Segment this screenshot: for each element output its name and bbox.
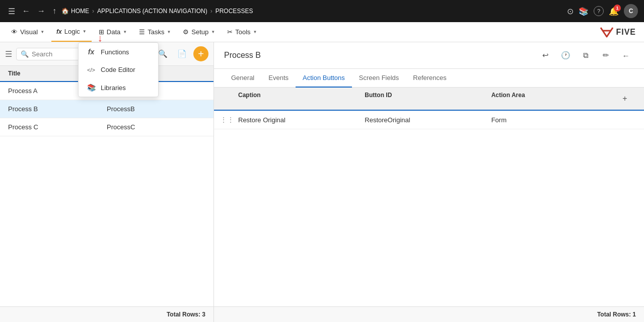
col-button-id: Button ID <box>365 92 491 106</box>
history-icon-btn[interactable]: 🕐 <box>557 47 574 63</box>
forward-icon[interactable]: → <box>35 5 47 18</box>
secondary-nav: 👁 Visual ▼ fx Logic ▼ ⊞ Data ▼ ☰ Tasks ▼… <box>0 22 644 42</box>
process-b-id: ProcessB <box>107 105 205 113</box>
tab-action-buttons[interactable]: Action Buttons <box>296 69 352 88</box>
five-text: FIVE <box>616 28 636 37</box>
user-avatar[interactable]: C <box>624 4 638 18</box>
home-icon: 🏠 <box>61 8 69 15</box>
top-nav-right: ⊙ 📚 ? 🔔 1 C <box>567 4 638 18</box>
data-dropdown-arrow: ▼ <box>123 30 127 34</box>
visual-icon: 👁 <box>11 28 18 36</box>
visual-label: Visual <box>20 28 38 36</box>
tasks-label: Tasks <box>148 28 164 36</box>
col-caption: Caption <box>238 92 365 106</box>
edit-icon-btn[interactable]: ✏ <box>598 47 614 63</box>
left-panel-total-rows: Total Rows: 3 <box>0 306 213 322</box>
books-icon[interactable]: 📚 <box>579 7 589 16</box>
search-icon: 🔍 <box>21 50 29 58</box>
breadcrumb: 🏠 HOME › APPLICATIONS (ACTION NAVIGATION… <box>61 8 253 15</box>
logic-icon: fx <box>56 28 62 35</box>
hamburger-menu-icon[interactable]: ☰ <box>5 49 12 59</box>
panel-title: Process B <box>224 51 261 60</box>
row-caption: Restore Original <box>238 116 365 124</box>
breadcrumb-sep-2: › <box>210 8 212 15</box>
five-logo: FIVE <box>600 27 636 38</box>
tab-events[interactable]: Events <box>261 69 296 88</box>
dropdown-libraries[interactable]: 📚 Libraries <box>79 78 158 97</box>
logic-dropdown-arrow: ▼ <box>83 29 87 34</box>
nav-tasks[interactable]: ☰ Tasks ▼ <box>134 22 176 42</box>
row-button-id: RestoreOriginal <box>365 116 491 124</box>
tools-icon: ✂ <box>227 28 233 36</box>
tasks-icon: ☰ <box>139 28 145 36</box>
table-row[interactable]: Process C ProcessC <box>0 118 213 136</box>
panel-actions: ↩ 🕐 ⧉ ✏ ← <box>537 47 634 63</box>
functions-icon: fx <box>87 48 96 56</box>
back-icon[interactable]: ← <box>20 5 32 18</box>
monitor-icon[interactable]: ⊙ <box>567 7 574 16</box>
libraries-icon: 📚 <box>87 84 96 92</box>
five-logo-svg <box>600 27 614 38</box>
setup-icon: ⚙ <box>183 28 189 36</box>
libraries-label: Libraries <box>101 84 126 92</box>
logic-dropdown-menu: ↑ fx Functions </> Code Editor 📚 Librari… <box>78 42 159 97</box>
breadcrumb-processes[interactable]: PROCESSES <box>216 8 253 15</box>
data-label: Data <box>107 28 120 36</box>
tab-screen-fields[interactable]: Screen Fields <box>352 69 406 88</box>
tab-general[interactable]: General <box>224 69 261 88</box>
tools-dropdown-arrow: ▼ <box>253 30 257 34</box>
tabs: General Events Action Buttons Screen Fie… <box>214 69 644 88</box>
menu-icon[interactable]: ☰ <box>6 5 17 18</box>
add-row-button[interactable]: + <box>618 92 632 106</box>
top-nav: ☰ ← → ↑ 🏠 HOME › APPLICATIONS (ACTION NA… <box>0 0 644 22</box>
drag-handle-icon[interactable]: ⋮⋮ <box>220 116 238 124</box>
add-button[interactable]: + <box>193 46 208 61</box>
tools-label: Tools <box>235 28 250 36</box>
processes-table: Title Action ID Process A ProcessA Proce… <box>0 66 213 306</box>
action-table-row[interactable]: ⋮⋮ Restore Original RestoreOriginal Form <box>214 111 644 129</box>
logic-label: Logic <box>64 28 80 35</box>
action-buttons-table: Caption Button ID Action Area + ⋮⋮ Resto… <box>214 88 644 306</box>
notification-badge: 1 <box>614 5 621 12</box>
breadcrumb-app[interactable]: APPLICATIONS (ACTION NAVIGATION) <box>97 8 207 15</box>
breadcrumb-sep-1: › <box>92 8 94 15</box>
code-editor-label: Code Editor <box>101 66 135 73</box>
top-nav-left: ☰ ← → ↑ 🏠 HOME › APPLICATIONS (ACTION NA… <box>6 5 563 18</box>
nav-visual[interactable]: 👁 Visual ▼ <box>6 22 49 42</box>
dropdown-code-editor[interactable]: </> Code Editor <box>79 61 158 78</box>
tasks-dropdown-arrow: ▼ <box>167 30 171 34</box>
row-action-area: Form <box>491 116 618 124</box>
dropdown-functions[interactable]: fx Functions <box>79 43 158 61</box>
functions-label: Functions <box>101 48 129 56</box>
copy-icon-btn[interactable]: ⧉ <box>578 47 594 63</box>
right-panel: Process B ↩ 🕐 ⧉ ✏ ← General Events Actio… <box>214 42 644 322</box>
right-panel-total-rows: Total Rows: 1 <box>214 306 644 322</box>
up-icon[interactable]: ↑ <box>50 5 58 18</box>
action-table-header: Caption Button ID Action Area + <box>214 88 644 111</box>
setup-dropdown-arrow: ▼ <box>211 30 215 34</box>
tab-references[interactable]: References <box>406 69 453 88</box>
restore-icon-btn[interactable]: ↩ <box>537 47 553 63</box>
red-arrow-indicator: ↑ <box>98 34 103 45</box>
nav-logic[interactable]: fx Logic ▼ <box>51 22 92 42</box>
process-c-id: ProcessC <box>107 123 205 131</box>
notification-icon[interactable]: 🔔 1 <box>609 7 619 16</box>
process-c-title: Process C <box>8 123 107 131</box>
right-panel-header: Process B ↩ 🕐 ⧉ ✏ ← <box>214 42 644 69</box>
close-icon-btn[interactable]: ← <box>618 47 634 63</box>
col-action-area: Action Area <box>491 92 618 106</box>
help-icon[interactable]: ? <box>594 6 604 16</box>
code-editor-icon: </> <box>87 67 96 73</box>
breadcrumb-home[interactable]: 🏠 HOME <box>61 8 89 15</box>
setup-label: Setup <box>191 28 208 36</box>
nav-tools[interactable]: ✂ Tools ▼ <box>222 22 262 42</box>
visual-dropdown-arrow: ▼ <box>40 30 44 34</box>
table-row[interactable]: Process B ProcessB <box>0 100 213 118</box>
process-b-title: Process B <box>8 105 107 113</box>
document-button[interactable]: 📄 <box>174 46 189 61</box>
drag-col-header <box>220 92 238 106</box>
nav-setup[interactable]: ⚙ Setup ▼ <box>178 22 220 42</box>
